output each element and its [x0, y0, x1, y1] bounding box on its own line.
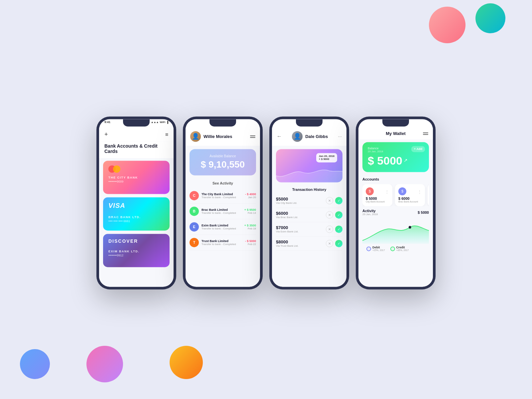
activity-header: Activity 29 Jan, 2018 $ 5000	[362, 209, 429, 216]
approve-btn-6000[interactable]: ✓	[335, 211, 342, 218]
phone-1-content: 9:41 ▲▲▲ WiFi ▐ + ≡ Bank Accounts & Cred…	[99, 122, 174, 287]
activity-date: 29 Jan, 2018	[362, 213, 378, 216]
back-button[interactable]: ←	[277, 133, 282, 139]
wallet-balance-card: Balance 20 Jan, 2018 + Add $ 5000 ↗	[362, 142, 429, 172]
phone-4-content: My Wallet Balance 20 Jan, 2018 + Add	[358, 122, 433, 287]
approve-btn-8000[interactable]: ✓	[335, 240, 342, 247]
phone-4-notch	[382, 119, 409, 126]
account-brac-bank[interactable]: $ ⋮ $ 6000 Brac Bank Account	[395, 184, 425, 206]
debit-label: Debit	[372, 246, 385, 249]
visa-card[interactable]: VISA BRAC BANK LTD. •••• •••• •••• 6661	[103, 197, 170, 230]
p3-tx-6000[interactable]: $6000 Via Brac Bank Ltd. ✕ ✓	[276, 208, 342, 222]
tx-date-brac: Feb 14	[244, 211, 256, 214]
discover-logo: DISCOVER	[108, 238, 164, 244]
deco-coral	[429, 7, 466, 43]
tx-trust-bank[interactable]: T Trust Bank Limited Transfer to bank - …	[190, 235, 256, 250]
phone-1-title: Bank Accounts & Credit Cards	[99, 141, 174, 158]
legend-credit: Credit +85%, 2017	[390, 246, 409, 251]
tx-name-brac: Brac Bank Limited	[201, 208, 242, 211]
activity-svg	[362, 217, 429, 244]
activity-chart	[362, 217, 429, 244]
reject-btn-7000[interactable]: ✕	[326, 225, 333, 233]
phone-1-notch	[123, 119, 150, 126]
debit-sub: +25%, 2017	[372, 249, 385, 251]
approve-btn-5000[interactable]: ✓	[335, 197, 342, 204]
tx-amount-value-trust: - $ 5000	[245, 239, 256, 243]
transaction-list-willie: C The City Bank Limited Transfer to bank…	[186, 188, 260, 250]
wallet-title: My Wallet	[386, 131, 405, 136]
p3-tx-left-5000: $5000 Via City Bank Ltd.	[276, 197, 297, 204]
reject-btn-5000[interactable]: ✕	[326, 197, 333, 204]
p3-tx-amount-7000: $7000	[276, 225, 298, 230]
p3-tx-left-7000: $7000 Via Exim Bank Ltd.	[276, 225, 298, 233]
credit-label: Credit	[396, 246, 409, 249]
p3-tx-8000[interactable]: $8000 Via Trust Bank Ltd. ✕ ✓	[276, 236, 342, 251]
tx-amount-value-city: - $ 4000	[245, 193, 256, 196]
hamburger-menu[interactable]	[250, 135, 255, 138]
tx-history-title: Transaction History	[272, 186, 346, 194]
city-bank-number: ••••••••9009	[108, 180, 164, 183]
phone-2-content: 👤 Willie Morales Available Balance $ 9,1…	[186, 122, 260, 287]
chart-dot	[409, 226, 411, 228]
deco-orange	[170, 346, 203, 379]
reject-btn-6000[interactable]: ✕	[326, 211, 333, 218]
tx-date-exim: Feb 18	[244, 227, 256, 230]
account-name-brac: Brac Bank Account	[398, 200, 422, 203]
phone-1: 9:41 ▲▲▲ WiFi ▐ + ≡ Bank Accounts & Cred…	[96, 116, 176, 289]
p3-tx-5000[interactable]: $5000 Via City Bank Ltd. ✕ ✓	[276, 194, 342, 208]
balance-amount: $ 9,10,550	[195, 159, 251, 170]
tx-amount-value-brac: + $ 9500	[244, 208, 256, 211]
chart-tooltip: Jan 20, 2018 + $ 9000	[316, 153, 337, 162]
account-city-bank[interactable]: $ ⋮ $ 5000 City Bank Account	[362, 184, 392, 206]
account-amount-brac: $ 6000	[398, 197, 422, 200]
city-bank-card[interactable]: THE CITY BANK ••••••••9009	[103, 161, 170, 194]
options-icon[interactable]: ···	[338, 134, 342, 139]
account-name-city: City Bank Account	[366, 200, 389, 203]
time-display: 9:41	[104, 120, 110, 124]
p3-tx-amount-5000: $5000	[276, 197, 297, 201]
p3-tx-actions-6000: ✕ ✓	[326, 211, 342, 218]
account-exim-bank[interactable]: $ $ 70...	[428, 184, 429, 206]
deco-pink	[86, 346, 123, 382]
wallet-menu[interactable]	[423, 132, 428, 135]
wallet-add-button[interactable]: + Add	[411, 146, 425, 152]
mc-right	[113, 165, 120, 173]
reject-btn-8000[interactable]: ✕	[326, 240, 333, 247]
phone-3-screen: ← 👤 Dale Gibbs ··· Jan 20, 2018 + $ 9000	[272, 119, 346, 287]
tx-info-trust: Trust Bank Limited Transfer to bank - Co…	[201, 239, 242, 246]
p3-tx-left-6000: $6000 Via Brac Bank Ltd.	[276, 211, 298, 219]
accounts-section: Accounts $ ⋮ $ 5000 City Bank Account	[358, 175, 433, 206]
tx-desc-exim: Transfer to bank - Completed	[201, 227, 242, 230]
see-activity-link[interactable]: See Activity	[186, 179, 260, 188]
wallet-arrow-icon: ↗	[404, 158, 408, 163]
p3-tx-7000[interactable]: $7000 Via Exim Bank Ltd. ✕ ✓	[276, 222, 342, 236]
tx-desc-trust: Transfer to bank - Completed	[201, 243, 242, 246]
credit-circle	[390, 246, 395, 251]
menu-icon[interactable]: ≡	[165, 132, 168, 138]
exim-bank-name: EXIM BANK LTD.	[108, 250, 164, 253]
accounts-title: Accounts	[362, 177, 429, 181]
city-bank-name: THE CITY BANK	[108, 176, 164, 179]
discover-card[interactable]: DISCOVER EXIM BANK LTD. ••••••••9912	[103, 234, 170, 267]
wifi-icon: WiFi	[160, 121, 166, 124]
approve-btn-7000[interactable]: ✓	[335, 225, 342, 233]
balance-label: Available Balance	[195, 154, 251, 158]
tx-city-bank[interactable]: C The City Bank Limited Transfer to bank…	[190, 188, 256, 203]
tx-info-exim: Exim Bank Limited Transfer to bank - Com…	[201, 224, 242, 230]
add-icon[interactable]: +	[104, 131, 108, 138]
tx-exim-bank[interactable]: E Exim Bank Limited Transfer to bank - C…	[190, 219, 256, 235]
phones-container: 9:41 ▲▲▲ WiFi ▐ + ≡ Bank Accounts & Cred…	[96, 116, 436, 289]
card-list: THE CITY BANK ••••••••9009 VISA BRAC BAN…	[99, 158, 174, 270]
p3-tx-actions-7000: ✕ ✓	[326, 225, 342, 233]
chart-fill	[362, 226, 429, 244]
activity-title: Activity	[362, 209, 378, 213]
tx-desc-city: Transfer to bank - Completed	[201, 196, 242, 199]
tx-avatar-e: E	[190, 222, 199, 231]
balance-card: Available Balance $ 9,10,550	[190, 149, 256, 175]
mastercard-logo	[108, 165, 164, 173]
phone-3-notch	[296, 119, 323, 126]
tx-desc-brac: Transfer to bank - Completed	[201, 211, 242, 214]
phone-4: My Wallet Balance 20 Jan, 2018 + Add	[356, 116, 436, 289]
brac-bank-number: •••• •••• •••• 6661	[108, 219, 164, 223]
tx-brac-bank[interactable]: B Brac Bank Limited Transfer to bank - C…	[190, 203, 256, 219]
